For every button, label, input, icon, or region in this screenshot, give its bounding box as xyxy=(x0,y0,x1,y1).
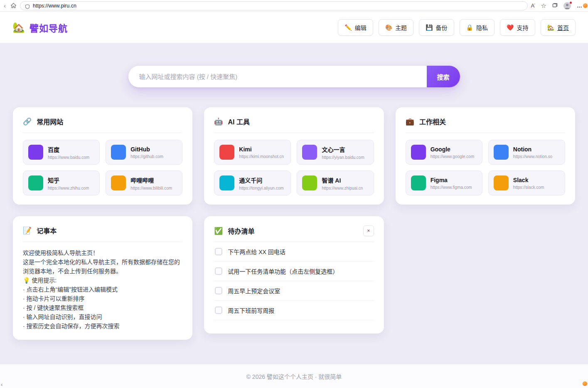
site-url: https://yiyan.baidu.com xyxy=(322,155,364,160)
link-tile-figma[interactable]: Figmahttps://www.figma.com xyxy=(406,171,482,195)
site-icon xyxy=(219,175,234,190)
card-title: AI 工具 xyxy=(228,116,250,126)
link-tile-baidu[interactable]: 百度https://www.baidu.com xyxy=(23,140,100,165)
lock-icon: 🔒 xyxy=(466,24,473,31)
site-icon xyxy=(494,175,509,190)
site-url: https://slack.com xyxy=(513,185,544,190)
site-name: Figma xyxy=(431,177,472,183)
link-tile-yiyan[interactable]: 文心一言https://yiyan.baidu.com xyxy=(297,140,374,165)
site-url: https://www.zhipuai.cn xyxy=(322,186,363,190)
link-tile-tongyi[interactable]: 通义千问https://tongyi.aliyun.com xyxy=(214,171,291,195)
search-section: 搜索 xyxy=(0,66,588,87)
todo-checkbox[interactable] xyxy=(215,306,222,314)
note-line: · 点击右上角“编辑”按钮进入编辑模式 xyxy=(23,285,182,294)
site-icon xyxy=(28,175,43,190)
site-icon xyxy=(411,145,426,160)
site-url: https://www.notion.so xyxy=(513,154,553,159)
note-line: · 搜索历史会自动保存，方便再次搜索 xyxy=(23,321,182,331)
site-name: 通义千问 xyxy=(239,176,283,184)
todo-item: 周五下班前写周报 xyxy=(214,301,374,320)
house-icon: 🏡 xyxy=(547,24,554,31)
profile-avatar[interactable] xyxy=(563,2,571,10)
link-tile-notion[interactable]: Notionhttps://www.notion.so xyxy=(488,140,565,165)
link-tile-bilibili[interactable]: 哔哩哔哩https://www.bilibili.com xyxy=(106,171,182,195)
card-title: 记事本 xyxy=(37,225,57,235)
todo-list: 下午两点给 XX 回电话 试用一下任务清单功能（点击左侧复选框） 周五早上预定会… xyxy=(214,242,374,320)
site-title: 譬如导航 xyxy=(30,21,68,34)
card-ai-tools: 🤖 AI 工具 Kimihttps://kimi.moonshot.cn 文心一… xyxy=(204,107,384,205)
collections-icon[interactable] xyxy=(552,2,558,9)
read-aloud-icon[interactable]: Aᵎ xyxy=(531,3,535,8)
floating-action-dot[interactable] xyxy=(583,381,587,386)
site-name: GitHub xyxy=(130,146,163,153)
backup-button[interactable]: 💾 备份 xyxy=(419,19,454,36)
card-common-sites: 🔗 常用网站 百度https://www.baidu.com GitHubhtt… xyxy=(13,107,192,205)
link-tile-zhihu[interactable]: 知乎https://www.zhihu.com xyxy=(23,171,100,195)
link-tile-zhipu[interactable]: 智谱 AIhttps://www.zhipuai.cn xyxy=(297,171,374,195)
homepage-button[interactable]: 🏡 首页 xyxy=(541,19,576,36)
site-url: https://github.com xyxy=(130,154,163,159)
site-name: Google xyxy=(431,146,475,153)
note-line: · 按 / 键快速聚焦搜索框 xyxy=(23,303,182,312)
site-logo: 🏡 譬如导航 xyxy=(12,21,68,34)
site-name: 百度 xyxy=(48,145,89,153)
card-work: 💼 工作相关 Googlehttps://www.google.com Noti… xyxy=(396,107,575,205)
site-name: Notion xyxy=(513,146,553,153)
search-button[interactable]: 搜索 xyxy=(427,66,460,87)
theme-button[interactable]: 🎨 主题 xyxy=(379,19,413,36)
link-cards-row: 🔗 常用网站 百度https://www.baidu.com GitHubhtt… xyxy=(0,107,588,205)
card-notepad: 📝 记事本 欢迎使用极简私人导航主页！ 这是一个完全本地化的私人导航主页，所有数… xyxy=(13,216,192,340)
checkbox-icon: ✅ xyxy=(214,227,223,235)
browser-sidebar-button[interactable] xyxy=(583,3,588,8)
search-input[interactable] xyxy=(128,66,427,87)
todo-checkbox[interactable] xyxy=(215,248,222,255)
header-actions: ✏️ 编辑 🎨 主题 💾 备份 🔒 隐私 ❤️ 支持 🏡 首页 xyxy=(338,19,576,36)
note-line: 这是一个完全本地化的私人导航主页，所有数据都存储在您的浏览器本地，不会上传到任何… xyxy=(23,257,182,276)
favorites-star-icon[interactable]: ☆ xyxy=(541,2,546,9)
todo-text: 试用一下任务清单功能（点击左侧复选框） xyxy=(228,267,338,275)
todo-checkbox[interactable] xyxy=(215,287,222,294)
copyright-text: © 2026 譬如这个个人主页 · 就很简单 xyxy=(246,372,342,381)
site-info-icon[interactable] xyxy=(25,3,30,8)
site-name: 文心一言 xyxy=(322,145,364,153)
link-tile-google[interactable]: Googlehttps://www.google.com xyxy=(406,140,482,165)
note-line: 💡 使用提示: xyxy=(23,276,182,285)
home-icon[interactable] xyxy=(10,2,17,9)
edit-button[interactable]: ✏️ 编辑 xyxy=(338,19,373,36)
home-logo-icon: 🏡 xyxy=(12,22,25,33)
site-name: 知乎 xyxy=(48,176,89,184)
site-url: https://www.figma.com xyxy=(431,185,472,190)
note-line: · 拖动卡片可以重新排序 xyxy=(23,294,182,303)
link-tile-github[interactable]: GitHubhttps://github.com xyxy=(106,140,182,165)
site-name: 智谱 AI xyxy=(322,176,363,184)
site-url: https://www.zhihu.com xyxy=(48,186,89,190)
todo-text: 周五早上预定会议室 xyxy=(228,287,280,295)
site-icon xyxy=(411,175,426,190)
link-tile-kimi[interactable]: Kimihttps://kimi.moonshot.cn xyxy=(214,140,291,165)
notepad-content[interactable]: 欢迎使用极简私人导航主页！ 这是一个完全本地化的私人导航主页，所有数据都存储在您… xyxy=(23,248,182,331)
palette-icon: 🎨 xyxy=(385,24,392,31)
memo-icon: 📝 xyxy=(23,226,32,235)
site-icon xyxy=(111,175,126,190)
site-icon xyxy=(494,145,509,160)
address-bar[interactable]: https://www.piru.cn xyxy=(20,1,528,10)
card-title: 常用网站 xyxy=(37,116,63,126)
browser-menu-icon[interactable]: … xyxy=(577,3,582,8)
site-name: 哔哩哔哩 xyxy=(130,176,172,184)
notification-dot xyxy=(569,1,572,4)
back-icon[interactable]: ‹ xyxy=(2,2,7,9)
page-header: 🏡 譬如导航 ✏️ 编辑 🎨 主题 💾 备份 🔒 隐私 ❤️ 支持 🏡 首页 xyxy=(0,12,588,43)
site-name: Slack xyxy=(513,177,544,183)
todo-checkbox[interactable] xyxy=(215,267,222,275)
privacy-button[interactable]: 🔒 隐私 xyxy=(460,19,495,36)
card-title: 待办清单 xyxy=(228,226,255,236)
todo-item: 下午两点给 XX 回电话 xyxy=(214,242,374,262)
back-edge-icon[interactable]: ‹ xyxy=(1,381,2,388)
support-button[interactable]: ❤️ 支持 xyxy=(500,19,535,36)
widgets-row: 📝 记事本 欢迎使用极简私人导航主页！ 这是一个完全本地化的私人导航主页，所有数… xyxy=(0,216,588,340)
todo-item: 试用一下任务清单功能（点击左侧复选框） xyxy=(214,262,374,281)
todo-item: 周五早上预定会议室 xyxy=(214,281,374,301)
todo-close-button[interactable]: × xyxy=(363,225,374,236)
link-tile-slack[interactable]: Slackhttps://slack.com xyxy=(488,171,565,195)
robot-icon: 🤖 xyxy=(214,117,223,126)
